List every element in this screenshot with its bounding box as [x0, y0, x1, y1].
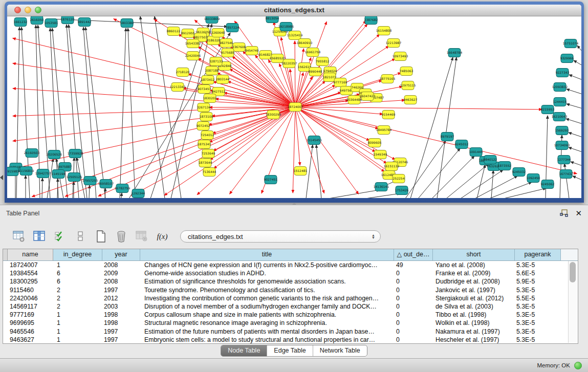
cell-out_de[interactable]: 0 [394, 311, 433, 319]
graph-node[interactable]: 18724007 [288, 103, 303, 112]
cell-year[interactable]: 2003 [102, 302, 140, 311]
graph-node[interactable]: 1677432 [559, 170, 573, 179]
graph-edge[interactable] [446, 164, 489, 198]
graph-node[interactable]: 2087188 [205, 67, 219, 75]
graph-node[interactable]: 9027451 [264, 176, 278, 184]
cell-pagerank[interactable]: 5.3E-5 [515, 327, 561, 336]
delete-table-icon[interactable] [135, 230, 148, 243]
graph-node[interactable]: 9072452 [197, 122, 210, 130]
cell-short[interactable]: Wolkin et al. (1998) [433, 319, 515, 327]
graph-node[interactable]: 17957255 [82, 177, 98, 185]
graph-node[interactable]: 8813054 [266, 16, 279, 23]
graph-edge-selected[interactable] [293, 107, 295, 193]
graph-edge[interactable] [573, 176, 581, 180]
graph-node[interactable]: 7253649 [202, 149, 215, 158]
graph-node[interactable]: 3287133 [209, 57, 223, 66]
graph-node[interactable]: 9463627 [404, 96, 418, 104]
column-header-name[interactable]: name [8, 249, 53, 260]
graph-edge[interactable] [120, 28, 126, 198]
graph-edge-selected[interactable] [13, 89, 295, 107]
graph-node[interactable]: 16961758 [305, 48, 321, 57]
show-columns-icon[interactable] [33, 230, 46, 243]
cell-name[interactable]: 18300295 [8, 277, 53, 286]
cell-title[interactable]: Investigating the contribution of common… [140, 294, 394, 302]
graph-node[interactable]: 18220357 [281, 59, 297, 68]
graph-node[interactable]: 1873644 [199, 159, 212, 167]
graph-node[interactable]: 11325419 [287, 31, 303, 40]
graph-edge[interactable] [571, 162, 581, 166]
graph-edge-selected[interactable] [13, 63, 295, 107]
graph-edge-selected[interactable] [13, 107, 295, 169]
cell-year[interactable]: 2012 [102, 294, 140, 302]
graph-node[interactable]: 1803380 [120, 19, 134, 28]
graph-edge[interactable] [569, 133, 581, 137]
tab-node-table[interactable]: Node Table [221, 345, 267, 356]
graph-node[interactable]: 1876120 [61, 16, 75, 24]
graph-node[interactable]: 16648784 [447, 49, 463, 57]
graph-edge[interactable] [410, 57, 453, 198]
graph-node[interactable]: 16151132 [384, 162, 400, 171]
graph-node[interactable]: 1292344 [132, 189, 145, 198]
graph-node[interactable]: 1873412 [201, 76, 215, 84]
column-header-title[interactable]: title [140, 249, 394, 260]
graph-node[interactable]: 16958107 [98, 180, 114, 188]
cell-year[interactable]: 1997 [102, 286, 140, 294]
graph-node[interactable]: 18495784 [376, 126, 392, 135]
tab-edge-table[interactable]: Edge Table [267, 345, 312, 356]
graph-node[interactable]: 9073457 [198, 85, 211, 94]
graph-edge[interactable] [83, 27, 96, 198]
graph-edge[interactable] [121, 193, 122, 198]
graph-node[interactable]: 1661232 [14, 18, 28, 27]
cell-name[interactable]: 9777169 [8, 311, 53, 319]
graph-node[interactable]: 8454749 [245, 47, 259, 55]
graph-node[interactable]: 2387682 [364, 16, 378, 25]
graph-edge[interactable] [461, 170, 503, 198]
graph-edge-selected[interactable] [295, 107, 300, 165]
graph-node[interactable]: 15751074 [563, 39, 579, 48]
cell-short[interactable]: Jankovic et al. (1997) [433, 286, 515, 294]
cell-in_degree[interactable]: 1 [53, 336, 102, 344]
graph-node[interactable]: 14136141 [374, 183, 389, 191]
graph-node[interactable]: 9777169 [334, 78, 347, 87]
cell-out_de[interactable]: 49 [394, 261, 433, 269]
graph-node[interactable]: 1512481 [294, 167, 308, 176]
graph-node[interactable]: 8215953 [541, 105, 555, 114]
cell-out_de[interactable]: 0 [394, 327, 433, 336]
graph-node[interactable]: 1875341 [198, 140, 211, 149]
cell-year[interactable]: 1998 [102, 319, 140, 327]
cell-name[interactable]: 9465546 [8, 327, 53, 336]
table-options-icon[interactable] [12, 230, 26, 243]
graph-node[interactable]: 1092450 [527, 174, 540, 183]
cell-title[interactable]: Disruption of a novel member of a sodium… [140, 302, 394, 311]
cell-year[interactable]: 1997 [102, 336, 140, 344]
graph-node[interactable]: 1830202 [203, 94, 217, 103]
graph-node[interactable]: 12213343 [170, 83, 186, 92]
graph-node[interactable]: 26160503 [24, 149, 40, 158]
graph-node[interactable]: 10734093 [554, 141, 570, 150]
cell-in_degree[interactable]: 1 [53, 327, 102, 336]
graph-edge[interactable] [47, 159, 53, 198]
graph-node[interactable]: 3267134 [197, 103, 211, 112]
graph-node[interactable]: 9840122 [484, 156, 497, 164]
cell-in_degree[interactable]: 1 [53, 319, 102, 327]
graph-node[interactable]: 16543382 [185, 39, 201, 48]
graph-node[interactable]: 18300295 [266, 111, 281, 119]
column-header-pagerank[interactable]: pagerank [515, 249, 561, 260]
graph-node[interactable]: 2616050 [30, 16, 44, 25]
cell-year[interactable]: 2009 [102, 269, 140, 277]
cell-in_degree[interactable]: 6 [53, 277, 102, 286]
scrollbar-thumb[interactable] [570, 262, 576, 282]
graph-edge[interactable] [329, 190, 380, 198]
cell-title[interactable]: Genome-wide association studies in ADHD. [140, 269, 394, 277]
graph-edge[interactable] [67, 25, 79, 198]
table-row[interactable]: 1456911722003Disruption of a novel membe… [3, 302, 578, 311]
cell-pagerank[interactable]: 5.3E-5 [515, 302, 561, 311]
graph-edge[interactable] [42, 178, 42, 198]
window-titlebar[interactable]: citations_edges.txt [7, 5, 581, 16]
graph-node[interactable]: 2260648 [211, 29, 225, 37]
graph-edge[interactable] [577, 46, 581, 52]
cell-year[interactable]: 1997 [102, 327, 140, 336]
table-select-dropdown[interactable]: citations_edges.txt ▲▼ [180, 230, 381, 243]
cell-out_de[interactable]: 0 [394, 319, 433, 327]
cell-in_degree[interactable]: 1 [53, 311, 102, 319]
